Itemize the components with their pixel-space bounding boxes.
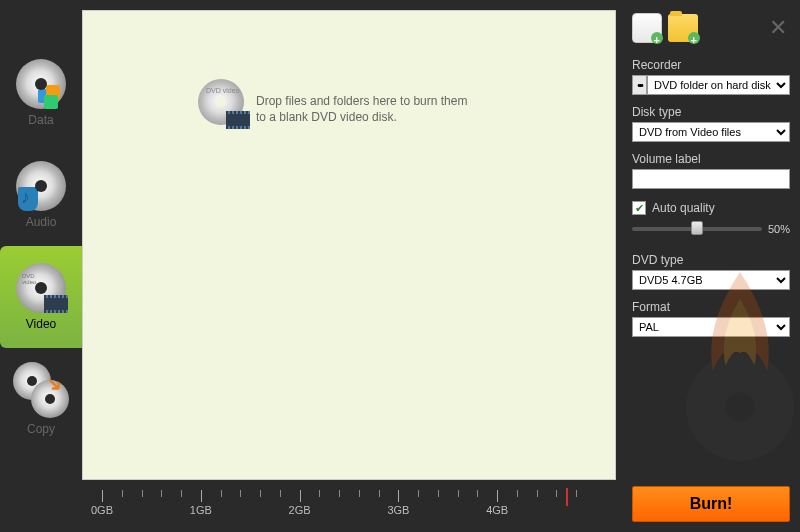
quality-value: 50% bbox=[768, 223, 790, 235]
add-file-button[interactable]: + bbox=[632, 13, 662, 43]
sidebar-label-audio: Audio bbox=[26, 215, 57, 229]
sidebar-label-data: Data bbox=[28, 113, 53, 127]
recorder-select[interactable]: DVD folder on hard disk bbox=[647, 75, 790, 95]
dvd-type-select[interactable]: DVD5 4.7GB bbox=[632, 270, 790, 290]
svg-point-1 bbox=[726, 393, 755, 422]
disc-data-icon bbox=[16, 59, 66, 109]
settings-panel: + + ✕ Recorder ••• DVD folder on hard di… bbox=[622, 0, 800, 532]
sidebar-item-video[interactable]: DVDvideo Video bbox=[0, 246, 82, 348]
sidebar-item-data[interactable]: Data bbox=[0, 42, 82, 144]
ruler-label: 3GB bbox=[387, 504, 409, 516]
auto-quality-label: Auto quality bbox=[652, 201, 715, 215]
auto-quality-checkbox[interactable]: ✔ bbox=[632, 201, 646, 215]
disk-type-select[interactable]: DVD from Video files bbox=[632, 122, 790, 142]
drop-area[interactable]: DVD video Drop files and folders here to… bbox=[82, 10, 616, 480]
add-folder-button[interactable]: + bbox=[668, 14, 698, 42]
format-label: Format bbox=[632, 300, 790, 314]
ruler-tick bbox=[300, 490, 301, 502]
ruler-label: 2GB bbox=[289, 504, 311, 516]
ruler-label: 0GB bbox=[91, 504, 113, 516]
size-ruler: 0GB1GB2GB3GB4GB bbox=[82, 488, 616, 528]
close-button[interactable]: ✕ bbox=[766, 16, 790, 40]
volume-label-label: Volume label bbox=[632, 152, 790, 166]
capacity-marker bbox=[566, 488, 568, 506]
dvd-type-label: DVD type bbox=[632, 253, 790, 267]
ruler-label: 4GB bbox=[486, 504, 508, 516]
ruler-tick bbox=[201, 490, 202, 502]
sidebar-label-copy: Copy bbox=[27, 422, 55, 436]
disk-type-label: Disk type bbox=[632, 105, 790, 119]
quality-slider-thumb[interactable] bbox=[691, 221, 703, 235]
dvd-video-icon: DVD video bbox=[198, 79, 244, 125]
ruler-tick bbox=[497, 490, 498, 502]
recorder-browse-button[interactable]: ••• bbox=[632, 75, 647, 95]
drop-hint-text: Drop files and folders here to burn them… bbox=[256, 93, 467, 125]
sidebar-item-copy[interactable]: ➜ Copy bbox=[0, 348, 82, 450]
ruler-tick bbox=[398, 490, 399, 502]
svg-point-0 bbox=[686, 353, 794, 461]
volume-label-input[interactable] bbox=[632, 169, 790, 189]
sidebar-item-audio[interactable]: Audio bbox=[0, 144, 82, 246]
ruler-label: 1GB bbox=[190, 504, 212, 516]
ruler-tick bbox=[102, 490, 103, 502]
drop-hint: DVD video Drop files and folders here to… bbox=[198, 79, 467, 125]
quality-slider[interactable] bbox=[632, 227, 762, 231]
sidebar-label-video: Video bbox=[26, 317, 56, 331]
sidebar: Data Audio DVDvideo Video ➜ Copy bbox=[0, 0, 82, 532]
recorder-label: Recorder bbox=[632, 58, 790, 72]
disc-audio-icon bbox=[16, 161, 66, 211]
format-select[interactable]: PAL bbox=[632, 317, 790, 337]
burn-button[interactable]: Burn! bbox=[632, 486, 790, 522]
disc-video-icon: DVDvideo bbox=[16, 263, 66, 313]
disc-copy-icon: ➜ bbox=[13, 362, 69, 418]
